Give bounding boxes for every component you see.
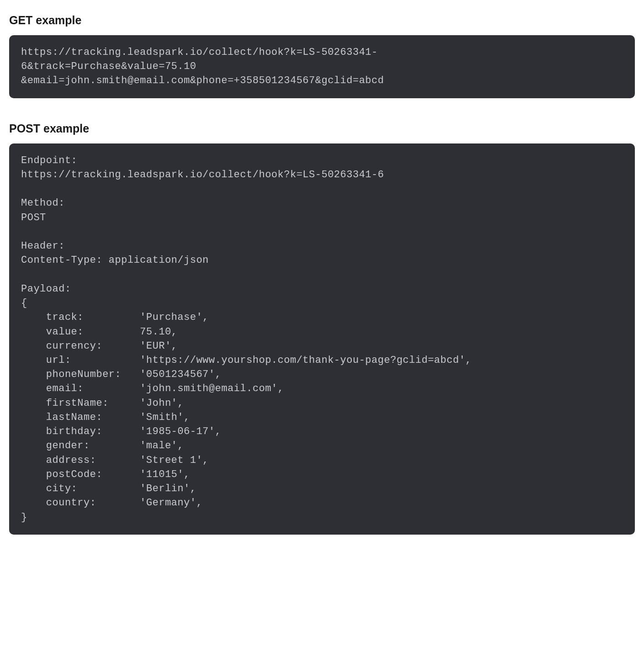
get-example-code-block: https://tracking.leadspark.io/collect/ho… <box>9 35 635 98</box>
get-example-heading: GET example <box>9 14 635 27</box>
post-example-code-block: Endpoint: https://tracking.leadspark.io/… <box>9 143 635 535</box>
post-example-heading: POST example <box>9 122 635 135</box>
